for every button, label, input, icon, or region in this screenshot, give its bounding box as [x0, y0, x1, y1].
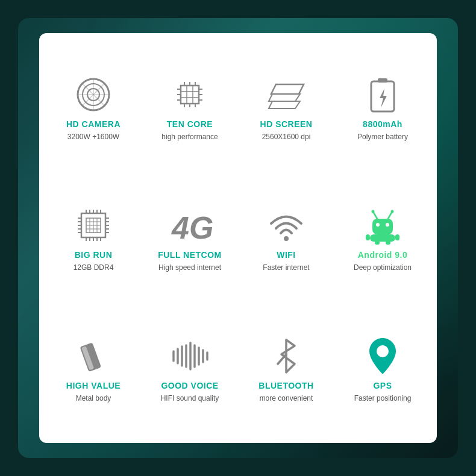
svg-rect-65 [395, 234, 399, 240]
feature-cell-wifi: WIFI Faster internet [260, 202, 312, 274]
svg-point-61 [372, 210, 375, 213]
good-voice-title: GOOD VOICE [161, 381, 218, 390]
slash-icon [72, 335, 114, 377]
svg-rect-56 [372, 219, 393, 234]
bluetooth-title: BLUETOOTH [258, 381, 313, 390]
feature-cell-high-value: HIGH VALUE Metal body [64, 333, 123, 405]
good-voice-desc: HIFI sound quality [161, 394, 219, 402]
feature-cell-full-netcom: 4G FULL NETCOM High speed internet [155, 202, 224, 274]
full-netcom-title: FULL NETCOM [158, 250, 222, 260]
hd-screen-desc: 2560X1600 dpi [262, 133, 311, 141]
hd-screen-title: HD SCREEN [260, 119, 313, 129]
feature-row-2: BIG RUN 12GB DDR4 4G FULL NETCOM High sp… [45, 176, 431, 301]
hd-camera-desc: 3200W +1600W [67, 133, 119, 141]
feature-cell-gps: GPS Faster positioning [352, 333, 414, 405]
feature-cell-android: Android 9.0 Deep optimization [351, 202, 414, 274]
svg-rect-66 [375, 241, 380, 245]
gps-icon [362, 335, 404, 377]
battery-desc: Polymer battery [357, 133, 408, 141]
wifi-icon [265, 204, 307, 246]
battery-icon [362, 74, 404, 116]
high-value-desc: Metal body [76, 394, 111, 402]
feature-row-3: HIGH VALUE Metal body [45, 306, 431, 431]
feature-cell-battery: 8800mAh Polymer battery [355, 71, 410, 143]
feature-cell-ten-core: TEN CORE high performance [159, 71, 220, 143]
svg-rect-63 [370, 234, 395, 242]
camera-icon [72, 74, 114, 116]
svg-text:4G: 4G [171, 210, 213, 245]
battery-title: 8800mAh [363, 119, 402, 129]
svg-point-80 [377, 345, 389, 357]
android-title: Android 9.0 [358, 250, 408, 260]
svg-rect-67 [386, 241, 390, 245]
screen-icon [265, 74, 307, 116]
feature-cell-big-run: BIG RUN 12GB DDR4 [70, 202, 117, 274]
android-icon [362, 204, 404, 246]
big-run-desc: 12GB DDR4 [74, 263, 114, 272]
feature-cell-hd-camera: HD CAMERA 3200W +1600W [64, 71, 123, 143]
outer-frame: HD CAMERA 3200W +1600W [18, 18, 458, 458]
cpu-icon [72, 204, 114, 246]
ten-core-title: TEN CORE [167, 119, 213, 129]
svg-point-58 [386, 223, 389, 227]
svg-point-55 [284, 236, 289, 241]
soundwave-icon [169, 335, 211, 377]
big-run-title: BIG RUN [75, 250, 113, 260]
bluetooth-icon [265, 335, 307, 377]
svg-rect-7 [181, 86, 199, 104]
4g-icon: 4G [169, 204, 211, 246]
inner-card: HD CAMERA 3200W +1600W [39, 33, 437, 443]
ten-core-desc: high performance [161, 133, 218, 141]
full-netcom-desc: High speed internet [158, 263, 221, 272]
feature-cell-bluetooth: BLUETOOTH more convenient [256, 333, 316, 405]
feature-row-1: HD CAMERA 3200W +1600W [45, 45, 431, 170]
feature-cell-good-voice: GOOD VOICE HIFI sound quality [158, 333, 222, 405]
svg-rect-64 [366, 234, 370, 240]
hd-camera-title: HD CAMERA [66, 119, 121, 129]
feature-cell-hd-screen: HD SCREEN 2560X1600 dpi [258, 71, 315, 143]
gps-title: GPS [373, 381, 392, 390]
svg-rect-25 [378, 78, 387, 83]
wifi-title: WIFI [277, 250, 296, 260]
wifi-desc: Faster internet [263, 263, 309, 272]
chip-icon [169, 74, 211, 116]
high-value-title: HIGH VALUE [66, 381, 121, 390]
bluetooth-desc: more convenient [260, 394, 313, 402]
svg-point-57 [376, 223, 380, 227]
android-desc: Deep optimization [354, 263, 412, 272]
svg-point-62 [391, 210, 394, 213]
gps-desc: Faster positioning [354, 394, 412, 402]
